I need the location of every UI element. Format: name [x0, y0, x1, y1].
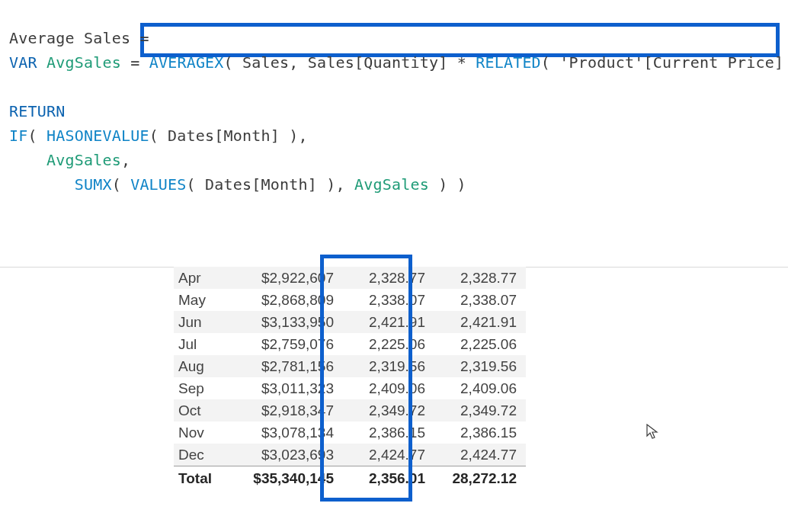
cell-sales: $2,868,809	[235, 289, 343, 311]
cell-total-of-avg: 2,386.15	[434, 421, 526, 444]
cell-month: Sep	[174, 377, 235, 399]
cell-avg-sales: 2,338.07	[343, 289, 434, 311]
cell-avg-sales: 2,424.77	[343, 444, 434, 466]
keyword-var: VAR	[9, 53, 37, 72]
table-row[interactable]: Oct$2,918,3472,349.722,349.72	[174, 399, 526, 421]
cell-sales: $3,133,950	[235, 311, 343, 333]
cell-total-of-avg: 2,328.77	[434, 267, 526, 289]
col-product-current-price: 'Product'[Current Price]	[559, 53, 783, 72]
ref-avg-sales-1: AvgSales	[46, 151, 121, 169]
fn-if: IF	[9, 127, 27, 145]
cell-total-avg-sales: 2,356.01	[343, 466, 434, 490]
cell-sales: $2,922,607	[235, 267, 343, 289]
cell-avg-sales: 2,421.91	[343, 311, 434, 333]
table-row[interactable]: Jun$3,133,9502,421.912,421.91	[174, 311, 526, 333]
measure-name: Average Sales	[9, 29, 130, 47]
equals-sign	[130, 29, 139, 47]
cell-month: Oct	[174, 399, 235, 421]
var-name-avg-sales: AvgSales	[46, 53, 121, 72]
cell-sales: $3,011,323	[235, 377, 343, 399]
table-total-row: Total$35,340,1452,356.0128,272.12	[174, 466, 526, 490]
cell-sales: $2,781,156	[235, 355, 343, 377]
cell-month: Nov	[174, 421, 235, 444]
cell-avg-sales: 2,319.56	[343, 355, 434, 377]
cell-avg-sales: 2,225.06	[343, 333, 434, 355]
cell-month: May	[174, 289, 235, 311]
fn-hasonevalue: HASONEVALUE	[46, 127, 149, 145]
table-row[interactable]: Apr$2,922,6072,328.772,328.77	[174, 267, 526, 289]
cell-total-total-of-avg: 28,272.12	[434, 466, 526, 490]
cell-total-of-avg: 2,338.07	[434, 289, 526, 311]
fn-averagex: AVERAGEX	[149, 53, 224, 72]
cell-sales: $2,918,347	[235, 399, 343, 421]
var-equals: =	[130, 53, 139, 72]
cell-month: Aug	[174, 355, 235, 377]
tbl-sales: Sales	[242, 53, 289, 72]
col-sales-quantity: Sales[Quantity]	[308, 53, 448, 72]
cell-total-of-avg: 2,319.56	[434, 355, 526, 377]
table-row[interactable]: Nov$3,078,1342,386.152,386.15	[174, 421, 526, 444]
table-row[interactable]: Jul$2,759,0762,225.062,225.06	[174, 333, 526, 355]
ref-avg-sales-2: AvgSales	[354, 175, 429, 194]
fn-values: VALUES	[130, 175, 186, 194]
table-row[interactable]: Dec$3,023,6932,424.772,424.77	[174, 444, 526, 466]
cell-total-sales: $35,340,145	[235, 466, 343, 490]
op-multiply: *	[457, 53, 466, 72]
cell-avg-sales: 2,409.06	[343, 377, 434, 399]
cell-total-of-avg: 2,349.72	[434, 399, 526, 421]
table-row[interactable]: Sep$3,011,3232,409.062,409.06	[174, 377, 526, 399]
table-row[interactable]: Aug$2,781,1562,319.562,319.56	[174, 355, 526, 377]
fn-related: RELATED	[476, 53, 541, 72]
col-dates-month-2: Dates[Month]	[205, 175, 317, 194]
cell-total-of-avg: 2,409.06	[434, 377, 526, 399]
cell-avg-sales: 2,328.77	[343, 267, 434, 289]
cell-total-of-avg: 2,424.77	[434, 444, 526, 466]
fn-sumx: SUMX	[75, 175, 112, 194]
mouse-cursor-icon	[646, 424, 658, 441]
cell-month: Apr	[174, 267, 235, 289]
col-dates-month-1: Dates[Month]	[168, 127, 280, 145]
keyword-return: RETURN	[9, 102, 65, 120]
cell-total-label: Total	[174, 466, 235, 490]
cell-avg-sales: 2,386.15	[343, 421, 434, 444]
cell-sales: $2,759,076	[235, 333, 343, 355]
cell-sales: $3,023,693	[235, 444, 343, 466]
table-row[interactable]: May$2,868,8092,338.072,338.07	[174, 289, 526, 311]
cell-total-of-avg: 2,225.06	[434, 333, 526, 355]
cell-month: Jun	[174, 311, 235, 333]
cell-total-of-avg: 2,421.91	[434, 311, 526, 333]
equals-glyph: =	[139, 29, 149, 47]
cell-month: Jul	[174, 333, 235, 355]
dax-formula-editor[interactable]: Average Sales = VAR AvgSales = AVERAGEX(…	[0, 0, 788, 227]
cell-avg-sales: 2,349.72	[343, 399, 434, 421]
cell-sales: $3,078,134	[235, 421, 343, 444]
sales-table: Apr$2,922,6072,328.772,328.77May$2,868,8…	[174, 267, 526, 489]
cell-month: Dec	[174, 444, 235, 466]
